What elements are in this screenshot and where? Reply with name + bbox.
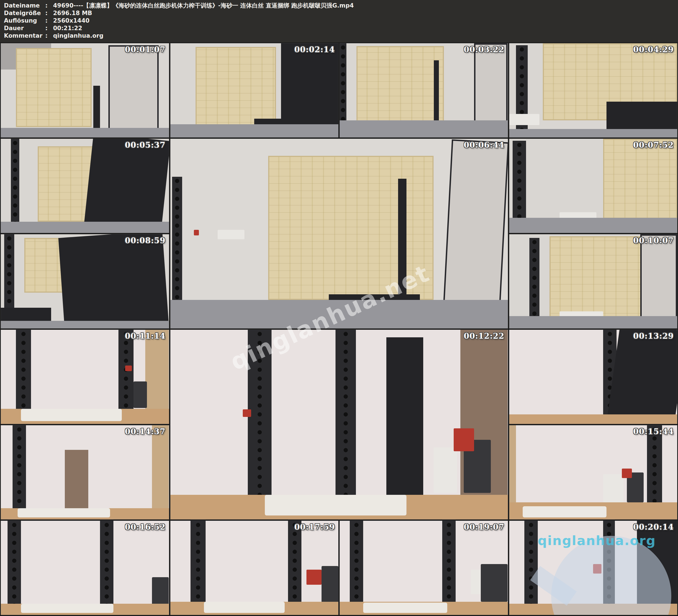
meta-row-resolution: Auflösung : 2560x1440: [4, 17, 675, 25]
appliance-block: [434, 447, 457, 493]
frame-timestamp: 00:11:14: [125, 332, 166, 341]
video-frame-large[interactable]: 00:06:44: [171, 139, 508, 329]
video-frame[interactable]: 00:04:29: [509, 43, 677, 138]
red-bag: [454, 428, 474, 451]
mirror-dark: [58, 234, 169, 329]
frame-timestamp: 00:16:52: [125, 523, 166, 532]
bamboo-screen: [268, 156, 434, 300]
meta-label: Dateiname: [4, 2, 45, 9]
clutter-block: [509, 114, 539, 125]
meta-row-filesize: Dateigröße : 2696.18 MB: [4, 9, 675, 17]
door-edge: [509, 425, 516, 515]
bamboo-screen: [356, 46, 444, 132]
frame-timestamp: 00:08:59: [125, 236, 166, 245]
video-frame[interactable]: 00:15:44: [509, 425, 677, 519]
treadmill-post: [398, 179, 407, 300]
video-frame[interactable]: 00:11:14: [1, 330, 169, 424]
duration-value: 00:21:22: [53, 25, 675, 32]
video-frame[interactable]: 00:07:52: [509, 139, 677, 233]
rack-pillar: [191, 521, 205, 615]
video-frame[interactable]: 00:14:37: [1, 425, 169, 519]
rack-pillar: [288, 521, 301, 615]
treadmill-post: [93, 86, 100, 131]
rack-pillar: [100, 521, 113, 615]
meta-row-filename: Dateiname : 49690----【凛凛蝶】《海砂的连体白丝跑步机体力榨…: [4, 2, 675, 9]
video-frame[interactable]: 00:03:22: [340, 43, 508, 138]
video-frame[interactable]: 00:08:59: [1, 234, 169, 329]
frame-timestamp: 00:04:29: [633, 45, 674, 54]
white-mat: [17, 508, 110, 518]
doorway-opening: [386, 337, 423, 497]
comment-value: qinglanhua.org: [53, 32, 675, 40]
red-bag: [622, 469, 632, 478]
frame-timestamp: 00:01:07: [125, 45, 166, 54]
wall-outlet: [218, 230, 245, 239]
meta-colon: :: [45, 9, 53, 17]
frame-timestamp: 00:20:14: [633, 523, 674, 532]
mirror-dark: [83, 139, 169, 233]
frame-timestamp: 00:03:22: [464, 45, 504, 54]
filesize-value: 2696.18 MB: [53, 9, 675, 17]
meta-colon: :: [45, 2, 53, 9]
video-frame-large[interactable]: 00:12:22: [171, 330, 508, 519]
floor: [340, 120, 508, 138]
red-bag: [306, 570, 322, 585]
appliance-block: [603, 474, 623, 502]
video-frame[interactable]: qinglanhua.org 00:20:14: [509, 521, 677, 615]
video-frame[interactable]: 00:13:29: [509, 330, 677, 424]
rack-pillar: [11, 139, 19, 233]
video-frame[interactable]: 00:17:59: [171, 521, 339, 615]
meta-label: Dauer: [4, 25, 45, 32]
white-mat: [21, 604, 113, 613]
frame-timestamp: 00:10:07: [633, 236, 674, 245]
red-clamp: [125, 365, 132, 371]
rack-pillar: [350, 521, 363, 615]
video-frame[interactable]: 00:10:07: [509, 234, 677, 329]
video-frame[interactable]: 00:05:37: [1, 139, 169, 233]
meta-row-comment: Kommentar : qinglanhua.org: [4, 32, 675, 40]
frame-timestamp: 00:07:52: [633, 141, 674, 150]
mirror: [640, 234, 677, 329]
storage-bin: [134, 381, 147, 408]
video-frame[interactable]: 00:02:14: [171, 43, 339, 138]
rack-pillar: [248, 330, 271, 519]
frame-timestamp: 00:13:29: [633, 332, 674, 341]
rack-pillar: [524, 521, 538, 615]
floor: [509, 414, 677, 424]
thumbnail-grid: 00:01:07 00:02:14 00:03:22 00:04:29 00:0…: [0, 42, 678, 616]
storage-bin: [322, 566, 338, 604]
frame-timestamp: 00:17:59: [294, 523, 335, 532]
floor: [1, 128, 169, 138]
floor: [1, 222, 169, 233]
meta-colon: :: [45, 17, 53, 25]
filename-value: 49690----【凛凛蝶】《海砂的连体白丝跑步机体力榨干训练》-海砂一 连体白…: [53, 2, 675, 9]
motion-blur-block: [606, 330, 677, 424]
rack-pillar: [12, 425, 26, 519]
meta-label: Auflösung: [4, 17, 45, 25]
resolution-value: 2560x1440: [53, 17, 675, 25]
floor: [509, 129, 677, 138]
door: [152, 425, 169, 510]
white-mat: [523, 506, 607, 517]
floor: [1, 321, 169, 329]
frame-timestamp: 00:15:44: [633, 427, 674, 436]
meta-colon: :: [45, 32, 53, 40]
rack-pillar: [336, 330, 355, 519]
meta-label: Dateigröße: [4, 9, 45, 17]
red-clamp: [243, 409, 251, 417]
frame-timestamp: 00:02:14: [294, 45, 335, 54]
video-frame[interactable]: 00:19:07: [340, 521, 508, 615]
rack-pillar: [442, 521, 456, 615]
meta-row-duration: Dauer : 00:21:22: [4, 25, 675, 32]
rack-pillar: [513, 141, 526, 229]
frame-timestamp: 00:05:37: [125, 141, 166, 150]
frame-timestamp: 00:12:22: [464, 332, 504, 341]
video-frame[interactable]: 00:16:52: [1, 521, 169, 615]
rack-pillar: [7, 521, 21, 615]
video-frame[interactable]: 00:01:07: [1, 43, 169, 138]
bamboo-screen: [16, 48, 91, 127]
corner-watermark-text: qinglanhua.org: [538, 533, 656, 548]
floor: [171, 124, 339, 138]
bamboo-screen: [195, 47, 276, 130]
white-mat: [363, 603, 447, 613]
